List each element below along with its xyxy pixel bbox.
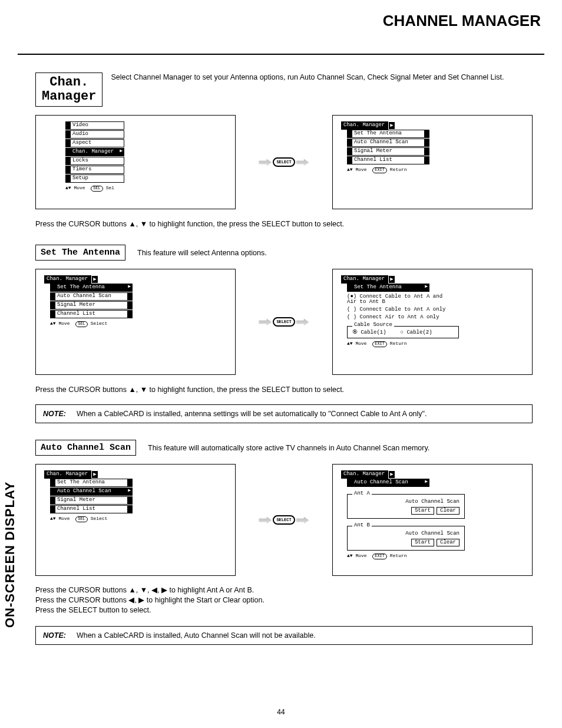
osd-main-left: Video Audio Aspect Chan. Manager▶ Locks … [35, 115, 236, 209]
set-antenna-desc: This feature will select Antenna options… [137, 249, 267, 257]
page-title: CHANNEL MANAGER [18, 12, 544, 30]
section-label-auto-scan: Auto Channel Scan [35, 440, 136, 456]
instruction-2: Press the CURSOR buttons ▲, ▼ to highlig… [35, 386, 533, 394]
section-label-chan-manager: Chan.Manager [35, 73, 103, 107]
intro-text: Select Channel Manager to set your Anten… [111, 73, 533, 83]
section-label-set-antenna: Set The Antenna [35, 245, 125, 261]
osd-antenna-right: Chan. Manager▶ Set The Antenna▶ (●) Conn… [332, 269, 533, 375]
osd-autoscan-right: Chan. Manager▶ Auto Channel Scan▶ Ant A … [332, 464, 533, 576]
osd-main-right: Chan. Manager▶ Set The Antenna Auto Chan… [332, 115, 533, 209]
osd-autoscan-left: Chan. Manager▶ Set The Antenna Auto Chan… [35, 464, 236, 576]
auto-scan-desc: This feature will automatically store ac… [148, 444, 429, 452]
instruction-1: Press the CURSOR buttons ▲, ▼ to highlig… [35, 220, 533, 228]
osd-antenna-left: Chan. Manager▶ Set The Antenna▶ Auto Cha… [35, 269, 236, 375]
flow-arrow: SELECT [242, 157, 326, 167]
note-2: NOTE:When a CableCARD is installed, Auto… [35, 626, 533, 645]
flow-arrow-3: SELECT [242, 515, 326, 525]
instruction-3: Press the CURSOR buttons ▲, ▼, ◀, ▶ to h… [35, 585, 533, 615]
page-number: 44 [0, 708, 562, 716]
note-1: NOTE:When a CableCARD is installed, ante… [35, 404, 533, 423]
sidebar-tab: ON-SCREEN DISPLAY [2, 482, 18, 628]
flow-arrow-2: SELECT [242, 317, 326, 327]
header-rule [18, 54, 544, 55]
